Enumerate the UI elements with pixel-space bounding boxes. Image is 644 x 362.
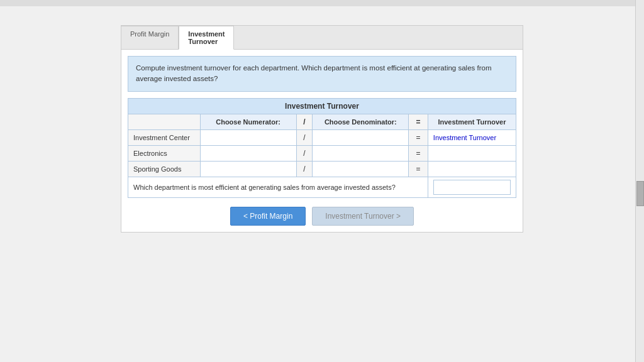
answer-input[interactable] — [433, 180, 511, 195]
tabs-container: Profit Margin InvestmentTurnover — [121, 26, 523, 50]
instruction-box: Compute investment turnover for each dep… — [128, 56, 516, 92]
header-denominator: Choose Denominator: — [313, 114, 409, 129]
dept-electronics: Electronics — [128, 145, 201, 161]
scrollbar[interactable] — [635, 0, 644, 362]
answer-cell[interactable] — [428, 177, 516, 197]
numerator-input-electronics[interactable] — [206, 148, 291, 158]
header-dept — [128, 114, 201, 129]
denominator-sporting-goods[interactable] — [313, 161, 409, 177]
eq-op-3: = — [409, 161, 428, 177]
tab-profit-margin[interactable]: Profit Margin — [121, 26, 179, 49]
top-bar — [0, 0, 644, 6]
button-row: < Profit Margin Investment Turnover > — [121, 207, 523, 226]
result-input-electronics[interactable] — [433, 148, 511, 158]
prev-button[interactable]: < Profit Margin — [230, 207, 306, 226]
investment-turnover-table: Choose Numerator: / Choose Denominator: … — [128, 114, 516, 198]
dept-sporting-goods: Sporting Goods — [128, 161, 201, 177]
denominator-investment-center[interactable] — [313, 129, 409, 145]
header-eq: = — [409, 114, 428, 129]
result-electronics[interactable] — [428, 145, 516, 161]
header-numerator: Choose Numerator: — [200, 114, 296, 129]
table-row: Investment Center / = Investment Turnove… — [128, 129, 516, 145]
div-op-1: / — [296, 129, 313, 145]
table-row: Sporting Goods / = — [128, 161, 516, 177]
denominator-input-sporting-goods[interactable] — [318, 164, 403, 174]
answer-question: Which department is most efficient at ge… — [128, 177, 428, 197]
next-button[interactable]: Investment Turnover > — [312, 207, 414, 226]
numerator-input-investment-center[interactable] — [206, 133, 291, 143]
dept-investment-center: Investment Center — [128, 129, 201, 145]
result-investment-center: Investment Turnover — [428, 129, 516, 145]
table-row: Electronics / = — [128, 145, 516, 161]
eq-op-1: = — [409, 129, 428, 145]
main-content: Profit Margin InvestmentTurnover Compute… — [0, 6, 644, 251]
panel: Profit Margin InvestmentTurnover Compute… — [121, 25, 523, 233]
numerator-electronics[interactable] — [200, 145, 296, 161]
numerator-input-sporting-goods[interactable] — [206, 164, 291, 174]
tab-investment-turnover[interactable]: InvestmentTurnover — [179, 26, 234, 50]
header-result: Investment Turnover — [428, 114, 516, 129]
div-op-2: / — [296, 145, 313, 161]
denominator-input-electronics[interactable] — [318, 148, 403, 158]
div-op-3: / — [296, 161, 313, 177]
denominator-input-investment-center[interactable] — [318, 133, 403, 143]
result-sporting-goods[interactable] — [428, 161, 516, 177]
denominator-electronics[interactable] — [313, 145, 409, 161]
page-wrapper: Profit Margin InvestmentTurnover Compute… — [0, 0, 644, 362]
numerator-sporting-goods[interactable] — [200, 161, 296, 177]
answer-row: Which department is most efficient at ge… — [128, 177, 516, 197]
table-title: Investment Turnover — [128, 98, 516, 114]
header-div: / — [296, 114, 313, 129]
result-input-sporting-goods[interactable] — [433, 164, 511, 174]
numerator-investment-center[interactable] — [200, 129, 296, 145]
scrollbar-thumb[interactable] — [636, 181, 644, 206]
eq-op-2: = — [409, 145, 428, 161]
table-section: Investment Turnover Choose Numerator: / … — [128, 98, 516, 198]
